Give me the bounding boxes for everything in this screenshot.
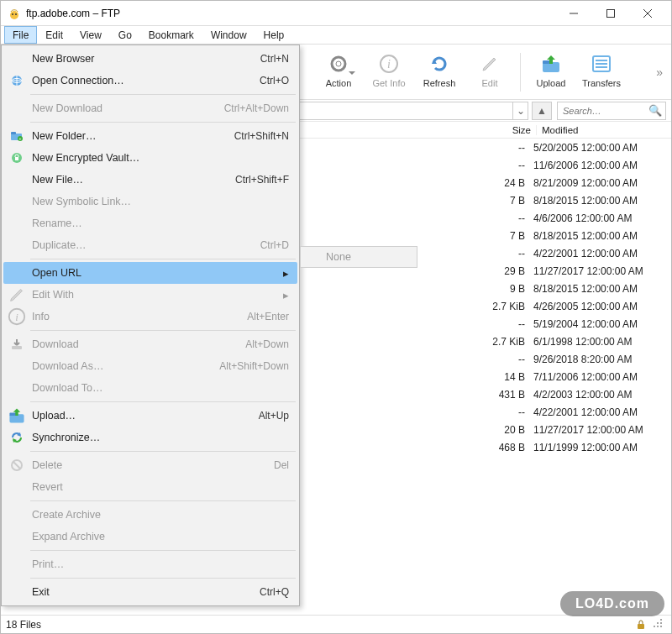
chevron-down-icon[interactable]: ⌄ <box>512 102 528 119</box>
menu-help[interactable]: Help <box>255 26 293 44</box>
table-row[interactable]: 7 B 8/18/2015 12:00:00 AM <box>490 227 666 244</box>
delete-icon <box>7 457 27 474</box>
close-button[interactable] <box>629 1 666 25</box>
table-row[interactable]: 2.7 KiB 4/26/2005 12:00:00 AM <box>490 297 666 315</box>
menu-separator <box>30 451 296 452</box>
cell-modified: 6/1/1998 12:00:00 AM <box>532 336 666 348</box>
table-row[interactable]: -- 11/6/2006 12:00:00 AM <box>490 156 666 174</box>
table-row[interactable]: -- 9/26/2018 8:20:00 AM <box>490 350 666 368</box>
menu-item-label: New Encrypted Vault… <box>27 152 289 164</box>
title-bar: ftp.adobe.com – FTP <box>1 1 671 26</box>
list-icon <box>586 51 617 76</box>
menu-item-exit[interactable]: Exit Ctrl+Q <box>3 581 297 603</box>
cell-size: 7 B <box>490 230 532 242</box>
menu-item-accel: Ctrl+Shift+N <box>234 130 289 142</box>
blank <box>7 215 27 232</box>
table-row[interactable]: 2.7 KiB 6/1/1998 12:00:00 AM <box>490 333 666 350</box>
minimize-button[interactable] <box>555 1 592 25</box>
menu-bookmark[interactable]: Bookmark <box>140 26 202 44</box>
menu-item-accel: Ctrl+Shift+F <box>235 174 289 186</box>
get-info-button: i Get Info <box>364 46 414 98</box>
table-row[interactable]: -- 5/19/2004 12:00:00 AM <box>490 315 666 333</box>
nav-up-button[interactable]: ▲ <box>532 102 552 120</box>
menu-item-accel: Ctrl+O <box>260 75 289 86</box>
edit-button: Edit <box>465 46 515 98</box>
svg-point-36 <box>657 622 659 624</box>
menu-item-new-folder[interactable]: + New Folder… Ctrl+Shift+N <box>3 125 297 147</box>
menu-item-open-url[interactable]: Open URL ▸ <box>3 262 297 284</box>
table-row[interactable]: -- 4/22/2001 12:00:00 AM <box>490 403 666 421</box>
table-row[interactable]: 14 B 7/11/2006 12:00:00 AM <box>490 368 666 385</box>
cell-size: 9 B <box>490 283 532 295</box>
table-row[interactable]: 9 B 8/18/2015 12:00:00 AM <box>490 280 666 297</box>
menu-separator <box>30 550 296 551</box>
menu-item-label: Open URL <box>27 267 278 279</box>
cell-size: 2.7 KiB <box>490 336 532 348</box>
menu-go[interactable]: Go <box>110 26 140 44</box>
menu-file[interactable]: File <box>4 26 37 44</box>
table-row[interactable]: -- 4/6/2006 12:00:00 AM <box>490 209 666 227</box>
cell-modified: 8/21/2009 12:00:00 AM <box>532 177 666 189</box>
toolbar-overflow[interactable]: » <box>656 65 671 79</box>
info-icon: i <box>374 51 404 76</box>
refresh-button[interactable]: Refresh <box>414 46 465 98</box>
search-input[interactable] <box>561 105 648 117</box>
cell-modified: 4/26/2005 12:00:00 AM <box>532 301 666 312</box>
svg-rect-28 <box>12 346 22 349</box>
table-row[interactable]: 468 B 11/1/1999 12:00:00 AM <box>490 438 666 456</box>
table-row[interactable]: 24 B 8/21/2009 12:00:00 AM <box>490 174 666 191</box>
svg-point-39 <box>660 626 662 627</box>
menu-item-label: Synchronize… <box>27 432 289 443</box>
column-header-size[interactable]: Size <box>503 125 537 135</box>
upload-button[interactable]: Upload <box>526 46 576 98</box>
menu-item-info: i Info Alt+Enter <box>3 306 297 327</box>
menu-item-label: Create Archive <box>27 509 289 521</box>
cell-size: -- <box>490 142 532 154</box>
menu-item-label: Duplicate… <box>27 239 260 251</box>
search-box[interactable]: 🔍 <box>557 102 666 120</box>
lock-icon <box>634 618 648 631</box>
table-row[interactable]: 20 B 11/27/2017 12:00:00 AM <box>490 421 666 438</box>
transfers-button[interactable]: Transfers <box>576 46 627 98</box>
menu-edit[interactable]: Edit <box>37 26 71 44</box>
svg-point-37 <box>660 622 662 624</box>
menu-view[interactable]: View <box>71 26 110 44</box>
window-title: ftp.adobe.com – FTP <box>26 8 555 19</box>
action-button[interactable]: Action <box>313 46 364 98</box>
menu-item-new-symbolic-link: New Symbolic Link… <box>3 191 297 212</box>
maximize-button[interactable] <box>592 1 629 25</box>
menu-item-accel: Ctrl+D <box>260 239 289 251</box>
menu-separator <box>30 500 296 501</box>
menu-item-download-as: Download As… Alt+Shift+Down <box>3 355 297 377</box>
upload-icon <box>536 51 566 76</box>
menu-item-open-connection[interactable]: Open Connection… Ctrl+O <box>3 70 297 92</box>
svg-rect-25 <box>15 157 18 160</box>
column-header-modified[interactable]: Modified <box>537 125 671 135</box>
table-row[interactable]: -- 5/20/2005 12:00:00 AM <box>490 139 666 156</box>
menu-item-upload[interactable]: Upload… Alt+Up <box>3 405 297 427</box>
table-row[interactable]: 431 B 4/2/2003 12:00:00 AM <box>490 385 666 403</box>
cell-size: -- <box>490 248 532 259</box>
menu-item-label: Download <box>27 338 245 350</box>
menu-item-accel: Ctrl+Q <box>260 586 289 598</box>
menu-item-label: Exit <box>27 586 260 598</box>
menu-item-accel: Alt+Shift+Down <box>219 360 289 372</box>
table-row[interactable]: -- 4/22/2001 12:00:00 AM <box>490 244 666 262</box>
chevron-right-icon: ▸ <box>283 267 289 280</box>
cell-modified: 5/20/2005 12:00:00 AM <box>532 142 666 154</box>
toolbar-label: Refresh <box>423 78 456 88</box>
menu-item-new-browser[interactable]: New Browser Ctrl+N <box>3 48 297 70</box>
menu-item-new-encrypted-vault[interactable]: New Encrypted Vault… <box>3 147 297 169</box>
table-row[interactable]: 29 B 11/27/2017 12:00:00 AM <box>490 262 666 280</box>
status-text: 18 Files <box>6 619 629 631</box>
search-icon[interactable]: 🔍 <box>648 104 662 117</box>
menu-item-new-file[interactable]: New File… Ctrl+Shift+F <box>3 169 297 191</box>
menu-item-synchronize[interactable]: Synchronize… <box>3 427 297 448</box>
svg-point-40 <box>660 619 662 621</box>
new-folder-icon: + <box>7 128 27 144</box>
cell-modified: 11/27/2017 12:00:00 AM <box>532 424 666 436</box>
menu-window[interactable]: Window <box>202 26 255 44</box>
svg-point-2 <box>15 13 17 15</box>
table-row[interactable]: 7 B 8/18/2015 12:00:00 AM <box>490 191 666 209</box>
menu-item-label: Rename… <box>27 217 289 229</box>
